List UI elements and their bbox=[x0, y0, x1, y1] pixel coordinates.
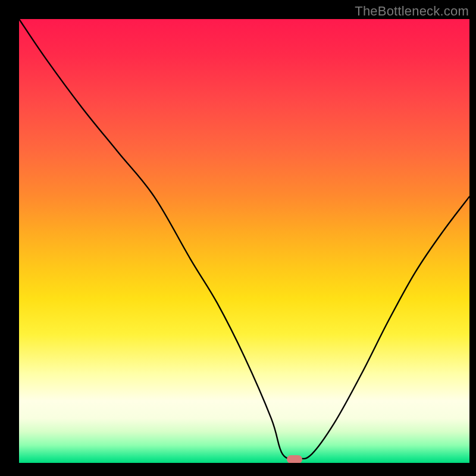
watermark-text: TheBottleneck.com bbox=[355, 4, 469, 19]
chart-frame: TheBottleneck.com bbox=[0, 0, 476, 476]
optimal-marker-icon bbox=[287, 455, 302, 463]
curve-line bbox=[19, 19, 469, 463]
plot-area bbox=[19, 19, 469, 463]
